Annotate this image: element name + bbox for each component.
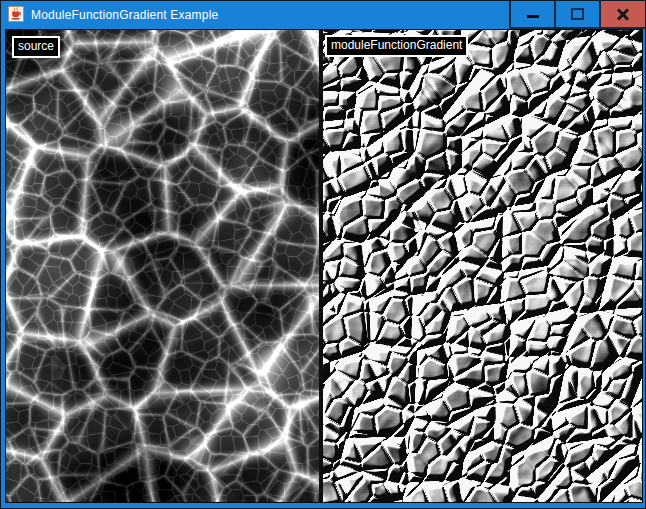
window-controls [509,1,645,29]
titlebar[interactable]: ModuleFunctionGradient Example [1,1,645,29]
source-label: source [12,36,60,58]
content-area: source moduleFunctionGradient [5,29,643,503]
maximize-icon [571,8,584,20]
window-title: ModuleFunctionGradient Example [31,8,218,22]
gradient-panel: moduleFunctionGradient [323,30,642,502]
minimize-button[interactable] [509,1,554,27]
source-panel: source [6,30,319,502]
maximize-button[interactable] [554,1,599,27]
app-window: ModuleFunctionGradient Example source mo… [0,0,646,509]
close-icon [616,7,630,21]
minimize-icon [527,15,539,18]
java-app-icon [8,6,24,22]
close-button[interactable] [599,1,645,27]
module-function-gradient-image [323,30,642,502]
source-noise-image [6,30,319,502]
gradient-label: moduleFunctionGradient [325,35,468,57]
